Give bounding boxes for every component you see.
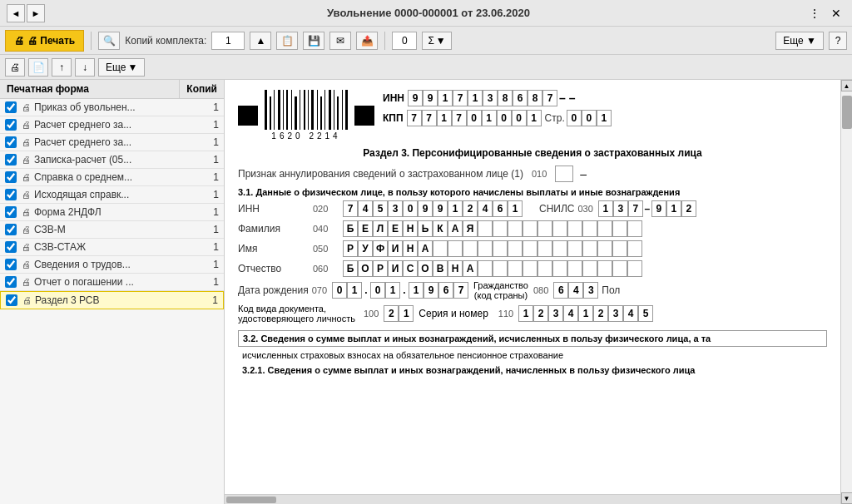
stra-cell-0: 0 [567, 110, 582, 126]
close-button[interactable]: ✕ [827, 4, 845, 22]
doc-name-0: Приказ об увольнен... [34, 101, 202, 113]
doc-list-item-6[interactable]: 🖨Форма 2НДФЛ1 [0, 204, 224, 221]
kpp-cells: 7 7 1 7 0 1 0 0 1 [407, 110, 542, 126]
print-button[interactable]: 🖨 🖨 Печать [5, 30, 84, 52]
dropdown2-icon: ▼ [127, 62, 137, 73]
doc-checkbox-11[interactable] [6, 294, 17, 306]
pol-label: Пол [602, 284, 620, 296]
kpp-row: КПП 7 7 1 7 0 1 0 0 1 [383, 110, 827, 126]
inn-cell-7: 6 [513, 90, 528, 106]
doc-type-cells: 2 1 [384, 305, 414, 322]
doc-list-item-9[interactable]: 🖨Сведения о трудов...1 [0, 256, 224, 274]
snils-cells: 1 3 7 – 9 1 2 [598, 200, 696, 217]
doc-checkbox-7[interactable] [5, 224, 17, 235]
preview-button[interactable]: 🔍 [98, 32, 120, 50]
doc-name-6: Форма 2НДФЛ [34, 206, 202, 218]
doc-name-4: Справка о среднем... [34, 171, 202, 183]
doc-count-2: 1 [202, 136, 219, 148]
doc-count-11: 1 [201, 294, 218, 306]
doc-list-item-2[interactable]: 🖨Расчет среднего за...1 [0, 134, 224, 151]
more2-button[interactable]: Еще ▼ [98, 58, 145, 77]
dob-row: Дата рождения 070 0 1 . 0 1 . 1 9 6 7 [238, 280, 827, 300]
window-title: Увольнение 0000-000001 от 23.06.2020 [52, 7, 805, 19]
doc-list-item-5[interactable]: 🖨Исходящая справк...1 [0, 186, 224, 204]
doc-checkbox-2[interactable] [5, 136, 17, 148]
doc-list-item-7[interactable]: 🖨СЗВ-М1 [0, 221, 224, 239]
doc-count-8: 1 [202, 241, 219, 253]
print-form-icon-11: 🖨 [22, 295, 32, 305]
send-button[interactable]: 📤 [356, 32, 378, 50]
inn-data-num: 020 [313, 204, 338, 214]
inn-data-label: ИНН [238, 203, 313, 215]
doc-button[interactable]: 📄 [28, 58, 48, 77]
down-button[interactable]: ↓ [75, 58, 95, 77]
print-form-icon-9: 🖨 [22, 259, 31, 269]
family-num: 040 [313, 224, 338, 234]
stra-cell-2: 1 [597, 110, 612, 126]
name-cells: Р У Ф И Н А [343, 240, 642, 257]
stra-cell-1: 0 [582, 110, 597, 126]
snils-num: 030 [578, 204, 593, 214]
series-num: 110 [498, 309, 513, 319]
doc-type-row: Код вида документа, удостоверяющего личн… [238, 304, 827, 324]
doc-list-item-3[interactable]: 🖨Записка-расчет (05...1 [0, 151, 224, 169]
doc-checkbox-3[interactable] [5, 154, 17, 166]
doc-checkbox-8[interactable] [5, 241, 17, 253]
doc-type-label-container: Код вида документа, удостоверяющего личн… [238, 304, 355, 324]
horizontal-scroll-thumb[interactable] [226, 497, 276, 503]
forward-button[interactable]: ► [27, 4, 45, 22]
inn-cell-2: 1 [438, 90, 453, 106]
doc-checkbox-1[interactable] [5, 119, 17, 131]
horizontal-scrollbar[interactable] [225, 494, 840, 504]
sum-value[interactable] [392, 32, 417, 50]
inn-data-row: ИНН 020 7 4 5 3 0 9 9 1 2 4 6 1 [238, 200, 827, 217]
doc-count-3: 1 [202, 154, 219, 166]
inn-kpp-area: ИНН 9 9 1 7 1 3 8 6 8 7 [383, 90, 827, 130]
title-bar: ◄ ► Увольнение 0000-000001 от 23.06.2020… [0, 0, 852, 27]
print2-button[interactable]: 🖨 [5, 58, 25, 77]
doc-checkbox-4[interactable] [5, 171, 17, 183]
left-panel-header: Печатная форма Копий [0, 80, 224, 99]
copies-up-button[interactable]: ▲ [250, 32, 271, 50]
more-button[interactable]: Еще ▼ [775, 32, 824, 50]
citizenship-num: 080 [533, 285, 548, 295]
up-button[interactable]: ↑ [52, 58, 72, 77]
inn-cell-3: 7 [453, 90, 468, 106]
doc-count-5: 1 [202, 189, 219, 200]
inn-cell-1: 9 [423, 90, 438, 106]
scroll-thumb[interactable] [842, 96, 852, 129]
copies-input[interactable] [211, 32, 245, 50]
patronym-label: Отчество [238, 263, 313, 274]
help-button[interactable]: ? [829, 32, 847, 50]
doc-count-4: 1 [202, 171, 219, 183]
email-button[interactable]: ✉ [329, 32, 351, 50]
doc-list-item-8[interactable]: 🖨СЗВ-СТАЖ1 [0, 239, 224, 256]
main-area: Печатная форма Копий 🖨Приказ об увольнен… [0, 80, 852, 504]
doc-checkbox-5[interactable] [5, 189, 17, 200]
inn-cell-9: 7 [542, 90, 557, 106]
back-button[interactable]: ◄ [7, 4, 25, 22]
scroll-up-button[interactable]: ▲ [841, 80, 853, 91]
doc-list-item-4[interactable]: 🖨Справка о среднем...1 [0, 169, 224, 186]
print-form-icon-10: 🖨 [22, 277, 31, 287]
doc-checkbox-0[interactable] [5, 101, 17, 113]
family-label: Фамилия [238, 223, 313, 235]
doc-list-item-11[interactable]: 🖨Раздел 3 РСВ1 [0, 291, 224, 309]
doc-checkbox-9[interactable] [5, 259, 17, 270]
sum-button[interactable]: Σ ▼ [422, 32, 451, 50]
doc-checkbox-6[interactable] [5, 206, 17, 218]
subsection-title: 3.1. Данные о физическом лице, в пользу … [238, 187, 827, 197]
save-button[interactable]: 💾 [303, 32, 324, 50]
print-form-icon-5: 🖨 [22, 190, 31, 200]
doc-list-item-1[interactable]: 🖨Расчет среднего за...1 [0, 116, 224, 134]
doc-list-item-0[interactable]: 🖨Приказ об увольнен...1 [0, 99, 224, 116]
family-row: Фамилия 040 Б Е Л Е Н Ь К А Я [238, 220, 827, 237]
doc-list-item-10[interactable]: 🖨Отчет о погашении ...1 [0, 274, 224, 291]
copies-page-button[interactable]: 📋 [276, 32, 298, 50]
doc-checkbox-10[interactable] [5, 276, 17, 288]
doc-name-10: Отчет о погашении ... [34, 276, 202, 288]
more-options-button[interactable]: ⋮ [805, 4, 824, 22]
scroll-down-button[interactable]: ▼ [841, 492, 853, 504]
document-list: 🖨Приказ об увольнен...1🖨Расчет среднего … [0, 99, 224, 504]
doc-count-1: 1 [202, 119, 219, 131]
